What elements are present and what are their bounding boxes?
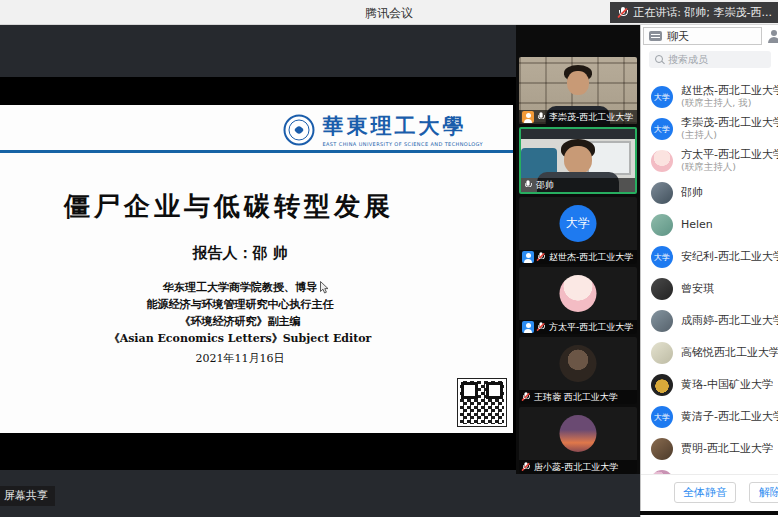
member-row[interactable]: 大学 赵世杰-西北工业大学(联席主持人, 我)	[641, 81, 778, 113]
members-panel: 聊天 搜索成员 大学 赵世杰-西北工业大学(联席主持人, 我) 大学 李崇茂-西…	[640, 25, 778, 517]
slide-date: 2021年11月16日	[0, 351, 480, 366]
member-row[interactable]: 黄珞-中国矿业大学	[641, 369, 778, 401]
avatar: 大学	[651, 406, 673, 428]
info-line: 《Asian Economics Letters》Subject Editor	[0, 330, 480, 347]
mic-muted-icon	[522, 392, 529, 402]
search-placeholder: 搜索成员	[668, 53, 708, 67]
slide-title: 僵尸企业与低碳转型发展	[64, 189, 394, 224]
video-tile-zhao-shijie[interactable]: 大学 赵世杰-西北工业大学	[519, 197, 637, 264]
presentation-slide: 華東理工大學 EAST CHINA UNIVERSITY OF SCIENCE …	[0, 105, 513, 433]
participant-video-strip: 李崇茂-西北工业大学 邵帅 大学 赵世杰-西北工业大学	[516, 25, 640, 474]
meeting-window: 腾讯会议 正在讲话: 邵帅; 李崇茂-西... 華東理工大學 EAST CHIN…	[0, 0, 778, 517]
avatar	[651, 342, 673, 364]
tile-name: 王玮蓉 西北工业大学	[534, 391, 618, 404]
info-line: 《环境经济研究》副主编	[0, 313, 480, 330]
member-row[interactable]: 高铭悦西北工业大学	[641, 337, 778, 369]
tile-label: 唐小蕊-西北工业大学	[519, 460, 637, 474]
member-row[interactable]: 大学 黄清子-西北工业大学	[641, 401, 778, 433]
info-line: 能源经济与环境管理研究中心执行主任	[0, 296, 480, 313]
tile-label: 方太平-西北工业大学	[519, 320, 637, 334]
avatar: 大学	[560, 205, 597, 242]
avatar	[651, 374, 673, 396]
chat-tab-label: 聊天	[667, 29, 689, 44]
video-tile-wang-weirong[interactable]: 王玮蓉 西北工业大学	[519, 337, 637, 404]
search-icon	[655, 55, 664, 64]
window-bottom-edge	[640, 511, 778, 515]
info-line: 华东理工大学商学院教授、博导	[0, 279, 480, 296]
member-row[interactable]: 成雨婷-西北工业大学	[641, 305, 778, 337]
member-list: 大学 赵世杰-西北工业大学(联席主持人, 我) 大学 李崇茂-西北工业大学(主持…	[641, 81, 778, 497]
slide-divider-line	[0, 150, 513, 153]
tile-label: 赵世杰-西北工业大学	[519, 250, 637, 264]
video-tile-tang-xiaorui[interactable]: 唐小蕊-西北工业大学	[519, 407, 637, 474]
person-badge-icon	[522, 321, 534, 333]
slide-presenter-info: 华东理工大学商学院教授、博导 能源经济与环境管理研究中心执行主任 《环境经济研究…	[0, 279, 480, 347]
avatar	[651, 278, 673, 300]
avatar: 大学	[651, 118, 673, 140]
chat-bubble-icon	[649, 31, 662, 41]
university-name-cn: 華東理工大學	[322, 112, 483, 140]
avatar	[560, 415, 597, 452]
unmute-all-button[interactable]: 解除全体静音	[749, 482, 778, 503]
member-row[interactable]: 大学 安纪利-西北工业大学	[641, 241, 778, 273]
person-badge-icon	[522, 111, 534, 123]
university-logo: 華東理工大學 EAST CHINA UNIVERSITY OF SCIENCE …	[283, 112, 483, 147]
mic-icon	[537, 112, 544, 122]
mute-all-button[interactable]: 全体静音	[674, 482, 736, 503]
tile-name: 李崇茂-西北工业大学	[549, 111, 633, 124]
mic-muted-icon	[537, 252, 544, 262]
avatar	[651, 214, 673, 236]
university-name-en: EAST CHINA UNIVERSITY OF SCIENCE AND TEC…	[322, 141, 483, 147]
university-emblem-icon	[283, 114, 315, 146]
tile-name: 方太平-西北工业大学	[549, 321, 633, 334]
avatar	[560, 345, 597, 382]
speaking-status: 正在讲话: 邵帅; 李崇茂-西...	[610, 2, 778, 23]
members-icon[interactable]	[767, 30, 778, 44]
speaking-status-text: 正在讲话: 邵帅; 李崇茂-西...	[633, 5, 772, 20]
tile-label: 李崇茂-西北工业大学	[519, 110, 637, 124]
member-row[interactable]: 曾安琪	[641, 273, 778, 305]
tile-label: 邵帅	[521, 178, 635, 192]
search-members-input[interactable]: 搜索成员	[649, 51, 771, 68]
avatar	[651, 438, 673, 460]
member-row[interactable]: 邵帅	[641, 177, 778, 209]
avatar	[651, 310, 673, 332]
person-badge-icon	[522, 251, 534, 263]
mic-icon	[524, 180, 531, 190]
screen-share-label: 屏幕共享	[0, 486, 55, 506]
video-tile-shao-shuai[interactable]: 邵帅	[519, 127, 637, 194]
tile-name: 赵世杰-西北工业大学	[549, 251, 633, 264]
video-tile-li-chongmao[interactable]: 李崇茂-西北工业大学	[519, 57, 637, 124]
mic-muted-icon	[537, 322, 544, 332]
mic-muted-icon	[618, 7, 627, 19]
tab-chat[interactable]: 聊天	[643, 27, 762, 45]
member-row[interactable]: 贾明-西北工业大学	[641, 433, 778, 465]
avatar	[651, 150, 673, 172]
member-row[interactable]: 大学 李崇茂-西北工业大学(主持人)	[641, 113, 778, 145]
avatar	[560, 275, 597, 312]
tile-name: 唐小蕊-西北工业大学	[534, 461, 618, 474]
members-footer: 全体静音 解除全体静音	[641, 475, 778, 511]
slide-presenter: 报告人：邵 帅	[0, 244, 480, 263]
avatar: 大学	[651, 86, 673, 108]
member-row[interactable]: 方太平-西北工业大学(联席主持人)	[641, 145, 778, 177]
video-tile-fang-taiping[interactable]: 方太平-西北工业大学	[519, 267, 637, 334]
avatar	[651, 182, 673, 204]
qr-code	[458, 379, 506, 426]
mic-muted-icon	[522, 462, 529, 472]
avatar: 大学	[651, 246, 673, 268]
member-row[interactable]: Helen	[641, 209, 778, 241]
mouse-cursor	[320, 279, 329, 298]
tile-label: 王玮蓉 西北工业大学	[519, 390, 637, 404]
tile-name: 邵帅	[536, 179, 554, 192]
